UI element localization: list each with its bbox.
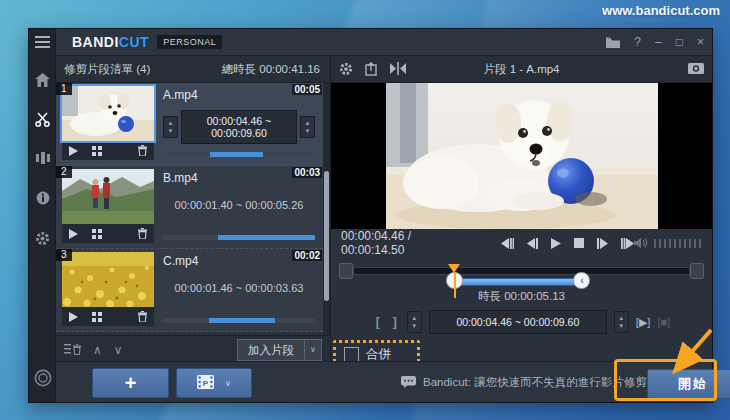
selected-range[interactable] — [455, 278, 582, 286]
clip-index-badge: 1 — [56, 83, 72, 95]
timeline-track[interactable]: › ‹ — [353, 267, 690, 275]
jump-end-icon[interactable] — [621, 238, 634, 249]
set-start-button[interactable]: [ — [373, 315, 383, 329]
range-spinner-right[interactable]: ▲▼ — [300, 116, 315, 138]
start-time-spinner[interactable]: ▲▼ — [407, 311, 422, 333]
clip-range: 00:00:01.46 ~ 00:00:03.63 — [163, 282, 315, 294]
clip-list: 1 00:05 A.mp4 ▲▼ 00:00:04.46 ~ 00:00:09. — [56, 83, 323, 335]
open-folder-icon[interactable] — [606, 37, 620, 48]
clip-scenes-icon[interactable] — [92, 146, 102, 156]
clip-duration-badge: 00:02 — [292, 250, 322, 261]
menu-icon[interactable] — [29, 36, 56, 48]
segment-duration: 時長 00:00:05.13 — [331, 289, 712, 304]
clip-item-3[interactable]: 3 00:02 C.mp4 00:00:01.46 ~ 00:00:03.63 — [56, 249, 323, 332]
clip-scenes-icon[interactable] — [92, 229, 102, 239]
playhead-marker[interactable] — [448, 264, 460, 279]
info-icon[interactable] — [29, 191, 56, 205]
logo-text-accent: CUT — [119, 34, 149, 50]
add-clip-label: 加入片段 — [238, 340, 304, 360]
clip-play-icon[interactable] — [69, 229, 78, 239]
format-caret-icon[interactable]: ∨ — [225, 379, 231, 388]
clip-index-badge: 3 — [56, 249, 72, 261]
clip-thumbnail[interactable] — [62, 169, 154, 224]
clip-item-2[interactable]: 2 00:03 B.mp4 00:00:01.40 ~ 00:00:05.26 — [56, 166, 323, 249]
close-icon[interactable]: × — [697, 36, 704, 48]
start-button[interactable]: 開始 — [647, 369, 730, 399]
play-icon[interactable] — [551, 238, 561, 249]
list-scrollbar[interactable] — [323, 83, 330, 335]
move-up-icon[interactable]: ∧ — [93, 343, 102, 357]
maximize-icon[interactable]: □ — [676, 36, 683, 48]
mute-icon[interactable] — [634, 237, 648, 249]
logo-text-primary: BANDI — [72, 34, 119, 50]
jump-start-icon[interactable] — [501, 238, 514, 249]
clip-delete-icon[interactable] — [138, 228, 147, 239]
merge-checkbox[interactable] — [344, 347, 359, 362]
next-frame-icon[interactable] — [597, 238, 608, 249]
clip-list-title: 修剪片段清單 (4) — [64, 62, 150, 77]
tagline-text: Bandicut: 讓您快速而不失真的進行影片修剪與合併 — [423, 375, 681, 390]
stop-selection-button: [■] — [657, 316, 670, 328]
clip-progress — [163, 318, 315, 323]
home-icon[interactable] — [29, 73, 56, 87]
bandicut-window: BANDICUT PERSONAL ? – □ × 修剪片段清單 (4) 總時長… — [28, 28, 713, 403]
preview-panel: 片段 1 - A.mp4 — [331, 56, 712, 363]
help-icon[interactable]: ? — [634, 36, 641, 48]
join-tool-icon[interactable] — [29, 151, 56, 165]
clip-list-panel: 修剪片段清單 (4) 總時長 00:00:41.16 — [56, 56, 331, 363]
add-file-button[interactable]: + — [92, 368, 169, 398]
clip-item-1[interactable]: 1 00:05 A.mp4 ▲▼ 00:00:04.46 ~ 00:00:09. — [56, 83, 323, 166]
range-spinner-left[interactable]: ▲▼ — [163, 116, 178, 138]
app-logo: BANDICUT — [72, 34, 149, 50]
set-end-button[interactable]: ] — [390, 315, 400, 329]
website-url: www.bandicut.com — [602, 3, 720, 18]
clip-thumbnail[interactable] — [62, 252, 154, 307]
left-sidebar — [29, 29, 56, 402]
preview-settings-icon[interactable] — [339, 62, 353, 76]
record-icon[interactable] — [29, 369, 56, 387]
clip-play-icon[interactable] — [69, 146, 78, 156]
titlebar: BANDICUT PERSONAL ? – □ × — [56, 29, 712, 56]
cut-tool-icon[interactable] — [29, 111, 56, 127]
clip-index-badge: 2 — [56, 166, 72, 178]
desktop-background: www.bandicut.com — [0, 0, 730, 420]
trim-timeline: › ‹ — [339, 257, 704, 287]
clip-progress — [163, 235, 315, 240]
clip-scenes-icon[interactable] — [92, 312, 102, 322]
minimize-icon[interactable]: – — [655, 36, 662, 48]
settings-icon[interactable] — [29, 231, 56, 246]
clip-delete-icon[interactable] — [138, 145, 147, 156]
clear-list-icon[interactable] — [64, 343, 81, 356]
trim-range-field[interactable]: 00:00:04.46 ~ 00:00:09.60 — [429, 310, 607, 334]
clip-progress — [163, 152, 315, 157]
range-end-handle[interactable]: ‹ — [573, 272, 590, 289]
total-duration: 總時長 00:00:41.16 — [222, 62, 320, 77]
video-preview[interactable] — [331, 83, 712, 229]
copy-segment-icon[interactable] — [365, 62, 378, 76]
timeline-left-end[interactable] — [339, 263, 353, 279]
add-clip-caret-icon[interactable]: ∨ — [305, 340, 321, 360]
bottom-bar: + P ∨ Bandicut: 讓您快速而不失真的進行影片修剪與合併 開始 — [56, 361, 712, 402]
scrollbar-thumb[interactable] — [324, 171, 329, 301]
clip-duration-badge: 00:03 — [292, 167, 322, 178]
end-time-spinner[interactable]: ▲▼ — [614, 311, 629, 333]
stop-icon[interactable] — [574, 238, 584, 248]
move-down-icon[interactable]: ∨ — [114, 343, 123, 357]
split-segment-icon[interactable] — [390, 62, 406, 76]
clip-delete-icon[interactable] — [138, 311, 147, 322]
timeline-right-end[interactable] — [690, 263, 704, 279]
snapshot-icon[interactable] — [688, 63, 704, 75]
clip-play-icon[interactable] — [69, 312, 78, 322]
clip-range-field[interactable]: 00:00:04.46 ~ 00:00:09.60 — [181, 110, 297, 144]
prev-frame-icon[interactable] — [527, 238, 538, 249]
edition-badge: PERSONAL — [157, 35, 222, 49]
add-clip-button[interactable]: 加入片段 ∨ — [237, 339, 322, 361]
clip-duration-badge: 00:05 — [292, 84, 322, 95]
play-selection-button[interactable]: [▶] — [636, 316, 651, 329]
volume-slider[interactable] — [654, 239, 702, 248]
output-format-button[interactable]: P ∨ — [176, 368, 252, 398]
playback-time: 00:00:04.46 / 00:00:14.50 — [341, 229, 475, 257]
filmstrip-icon: P — [197, 375, 219, 391]
clip-range: 00:00:01.40 ~ 00:00:05.26 — [163, 199, 315, 211]
clip-thumbnail[interactable] — [62, 86, 154, 141]
